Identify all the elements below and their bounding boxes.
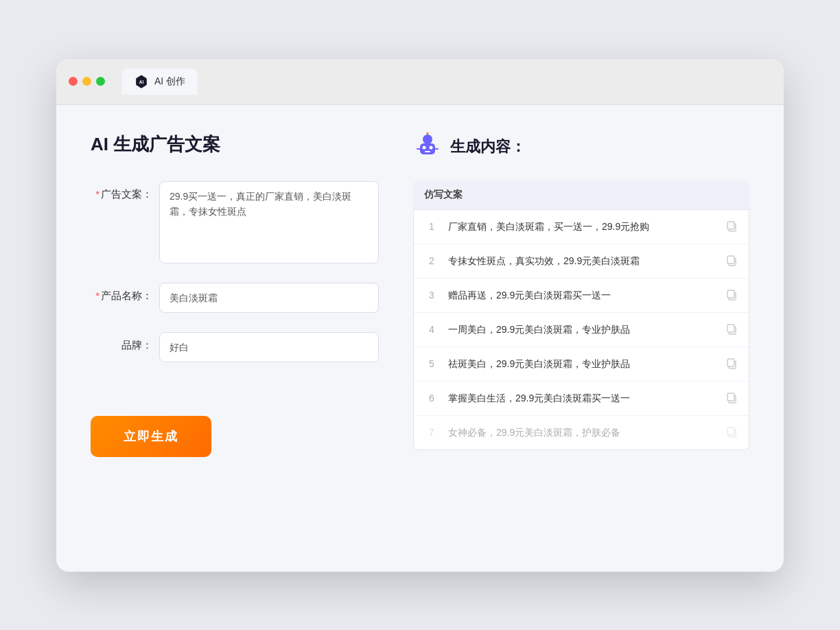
product-name-input[interactable] <box>159 283 379 313</box>
svg-rect-20 <box>727 359 734 366</box>
traffic-lights <box>69 77 105 86</box>
result-item-1: 1 厂家直销，美白淡斑霜，买一送一，29.9元抢购 <box>414 210 749 244</box>
generate-button[interactable]: 立即生成 <box>91 416 211 457</box>
result-num-7: 7 <box>425 427 439 438</box>
result-item-6: 6 掌握美白生活，29.9元美白淡斑霜买一送一 <box>414 382 749 416</box>
copy-icon-7[interactable] <box>725 426 738 439</box>
brand-label: 品牌： <box>91 332 152 352</box>
result-item-7: 7 女神必备，29.9元美白淡斑霜，护肤必备 <box>414 416 749 450</box>
copy-icon-2[interactable] <box>725 255 738 267</box>
svg-rect-6 <box>425 151 430 152</box>
ad-copy-input[interactable]: 29.9买一送一，真正的厂家直销，美白淡斑霜，专抹女性斑点 <box>159 181 379 264</box>
required-star-2: * <box>95 290 100 301</box>
result-header: 生成内容： <box>413 132 749 161</box>
copy-icon-4[interactable] <box>725 323 738 336</box>
svg-rect-22 <box>727 393 734 401</box>
right-panel: 生成内容： 仿写文案 1 厂家直销，美白淡斑霜，买一送一，29.9元抢购 2 专… <box>413 132 749 537</box>
required-star-1: * <box>95 188 100 200</box>
result-item-3: 3 赠品再送，29.9元美白淡斑霜买一送一 <box>414 279 749 313</box>
result-text-3: 赠品再送，29.9元美白淡斑霜买一送一 <box>448 288 716 303</box>
svg-point-4 <box>423 145 426 149</box>
result-num-4: 4 <box>425 324 439 335</box>
minimize-button[interactable] <box>82 77 91 86</box>
tab-label: AI 创作 <box>154 75 185 88</box>
copy-icon-3[interactable] <box>725 289 738 301</box>
svg-rect-16 <box>727 290 734 298</box>
product-name-label: *产品名称： <box>91 283 152 303</box>
result-list: 1 厂家直销，美白淡斑霜，买一送一，29.9元抢购 2 专抹女性斑点，真实功效，… <box>413 210 749 450</box>
result-text-2: 专抹女性斑点，真实功效，29.9元美白淡斑霜 <box>448 254 716 268</box>
svg-rect-24 <box>727 428 734 435</box>
result-num-1: 1 <box>425 221 439 232</box>
svg-rect-18 <box>727 325 734 332</box>
result-num-6: 6 <box>425 393 439 404</box>
page-title: AI 生成广告文案 <box>91 132 379 156</box>
result-text-1: 厂家直销，美白淡斑霜，买一送一，29.9元抢购 <box>448 220 716 234</box>
svg-point-8 <box>427 132 429 135</box>
close-button[interactable] <box>69 77 78 86</box>
left-panel: AI 生成广告文案 *广告文案： 29.9买一送一，真正的厂家直销，美白淡斑霜，… <box>91 132 379 537</box>
svg-rect-12 <box>727 222 734 229</box>
result-num-3: 3 <box>425 290 439 301</box>
result-num-5: 5 <box>425 358 439 369</box>
browser-window: AI AI 创作 AI 生成广告文案 *广告文案： 29.9买一送一，真正的厂家… <box>56 59 784 572</box>
result-text-6: 掌握美白生活，29.9元美白淡斑霜买一送一 <box>448 391 716 406</box>
svg-point-5 <box>430 145 433 149</box>
result-item-5: 5 祛斑美白，29.9元美白淡斑霜，专业护肤品 <box>414 347 749 382</box>
result-title: 生成内容： <box>450 137 526 157</box>
result-num-2: 2 <box>425 255 439 266</box>
brand-input[interactable] <box>159 332 379 362</box>
product-name-group: *产品名称： <box>91 283 379 313</box>
result-text-5: 祛斑美白，29.9元美白淡斑霜，专业护肤品 <box>448 357 716 371</box>
ad-copy-group: *广告文案： 29.9买一送一，真正的厂家直销，美白淡斑霜，专抹女性斑点 <box>91 181 379 264</box>
copy-icon-6[interactable] <box>725 392 738 404</box>
result-text-7: 女神必备，29.9元美白淡斑霜，护肤必备 <box>448 425 716 440</box>
result-item-2: 2 专抹女性斑点，真实功效，29.9元美白淡斑霜 <box>414 244 749 279</box>
browser-content: AI 生成广告文案 *广告文案： 29.9买一送一，真正的厂家直销，美白淡斑霜，… <box>56 105 784 572</box>
titlebar: AI AI 创作 <box>56 59 784 105</box>
ai-tab-icon: AI <box>134 74 149 89</box>
brand-group: 品牌： <box>91 332 379 362</box>
ai-tab[interactable]: AI AI 创作 <box>121 69 198 95</box>
robot-icon <box>413 132 442 161</box>
ad-copy-label: *广告文案： <box>91 181 152 201</box>
svg-rect-14 <box>727 256 734 264</box>
copy-icon-1[interactable] <box>725 220 738 233</box>
result-text-4: 一周美白，29.9元美白淡斑霜，专业护肤品 <box>448 323 716 337</box>
svg-rect-3 <box>420 143 435 154</box>
result-item-4: 4 一周美白，29.9元美白淡斑霜，专业护肤品 <box>414 313 749 347</box>
svg-point-2 <box>423 135 432 144</box>
svg-text:AI: AI <box>139 80 144 84</box>
copy-icon-5[interactable] <box>725 358 738 370</box>
maximize-button[interactable] <box>96 77 105 86</box>
result-table-header: 仿写文案 <box>413 180 749 210</box>
